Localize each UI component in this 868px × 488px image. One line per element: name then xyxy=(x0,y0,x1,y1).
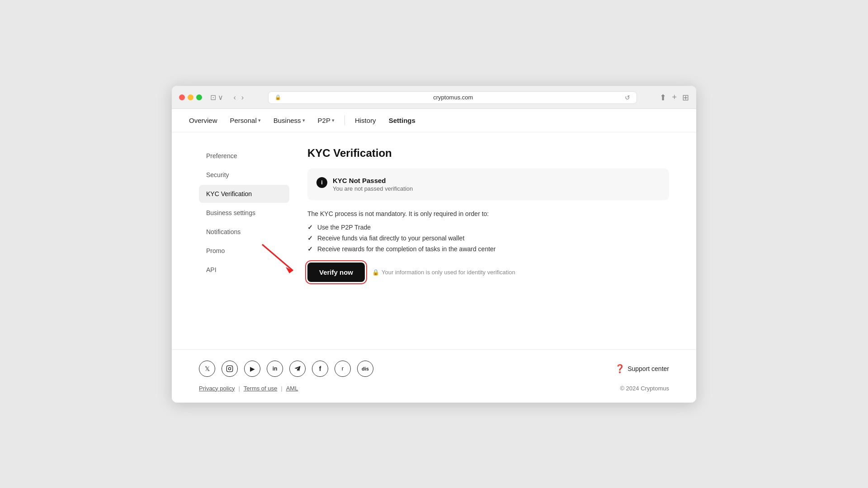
main-navigation: Overview Personal ▾ Business ▾ P2P ▾ His… xyxy=(172,109,696,132)
footer-social: 𝕏 ▶ in f r dis ❓ Support center xyxy=(199,361,669,377)
reload-button[interactable]: ↺ xyxy=(625,94,630,101)
page-title: KYC Verification xyxy=(307,147,669,160)
share-icon[interactable]: ⬆ xyxy=(660,93,666,103)
list-item: ✓ Use the P2P Trade xyxy=(307,224,669,231)
telegram-icon[interactable] xyxy=(289,361,306,377)
reddit-icon[interactable]: r xyxy=(335,361,351,377)
facebook-icon[interactable]: f xyxy=(312,361,328,377)
nav-settings[interactable]: Settings xyxy=(382,108,422,132)
kyc-status-subtitle: You are not passed verification xyxy=(333,185,413,192)
nav-overview[interactable]: Overview xyxy=(183,108,224,132)
new-tab-icon[interactable]: + xyxy=(672,93,677,103)
sidebar-item-notifications[interactable]: Notifications xyxy=(199,223,289,241)
lock-icon: 🔒 xyxy=(275,94,281,100)
kyc-status-text: KYC Not Passed You are not passed verifi… xyxy=(333,177,413,192)
copyright-text: © 2024 Cryptomus xyxy=(620,385,669,392)
svg-point-4 xyxy=(231,366,231,367)
main-content: KYC Verification i KYC Not Passed You ar… xyxy=(307,147,669,335)
verify-now-button[interactable]: Verify now xyxy=(307,263,365,282)
nav-p2p[interactable]: P2P ▾ xyxy=(311,108,341,132)
linkedin-icon[interactable]: in xyxy=(267,361,283,377)
maximize-button[interactable] xyxy=(196,94,202,100)
kyc-status-box: i KYC Not Passed You are not passed veri… xyxy=(307,169,669,200)
url-text: cryptomus.com xyxy=(284,94,622,101)
nav-personal[interactable]: Personal ▾ xyxy=(224,108,267,132)
lock-icon: 🔒 xyxy=(372,269,379,276)
sidebar-item-kyc[interactable]: KYC Verification xyxy=(199,185,289,203)
discord-icon[interactable]: dis xyxy=(357,361,373,377)
footer-links: Privacy policy | Terms of use | AML © 20… xyxy=(199,385,669,392)
support-center-button[interactable]: ❓ Support center xyxy=(615,364,669,374)
privacy-note: 🔒 Your information is only used for iden… xyxy=(372,269,515,276)
nav-history[interactable]: History xyxy=(349,108,382,132)
settings-sidebar: Preference Security KYC Verification Bus… xyxy=(199,147,289,335)
sidebar-toggle[interactable]: ⊡ ∨ xyxy=(210,93,223,102)
nav-business[interactable]: Business ▾ xyxy=(267,108,311,132)
sidebar-item-security[interactable]: Security xyxy=(199,166,289,184)
close-button[interactable] xyxy=(179,94,185,100)
back-button[interactable]: ‹ xyxy=(231,93,237,103)
social-icons: 𝕏 ▶ in f r dis xyxy=(199,361,373,377)
kyc-checklist: ✓ Use the P2P Trade ✓ Receive funds via … xyxy=(307,224,669,253)
list-item: ✓ Receive funds via fiat directly to you… xyxy=(307,235,669,242)
kyc-status-title: KYC Not Passed xyxy=(333,177,413,184)
svg-rect-2 xyxy=(226,366,232,371)
svg-point-3 xyxy=(228,367,231,370)
chevron-down-icon: ▾ xyxy=(258,117,261,123)
check-icon: ✓ xyxy=(307,245,313,253)
check-icon: ✓ xyxy=(307,224,313,231)
chevron-down-icon: ▾ xyxy=(302,117,305,123)
list-item: ✓ Receive rewards for the completion of … xyxy=(307,245,669,253)
nav-divider xyxy=(344,115,345,125)
terms-of-use-link[interactable]: Terms of use xyxy=(244,385,277,392)
support-icon: ❓ xyxy=(615,364,625,374)
check-icon: ✓ xyxy=(307,235,313,242)
grid-icon[interactable]: ⊞ xyxy=(682,93,689,103)
chevron-down-icon: ▾ xyxy=(332,117,335,123)
aml-link[interactable]: AML xyxy=(286,385,298,392)
privacy-policy-link[interactable]: Privacy policy xyxy=(199,385,235,392)
footer-left-links: Privacy policy | Terms of use | AML xyxy=(199,385,298,392)
instagram-icon[interactable] xyxy=(222,361,238,377)
sidebar-item-business-settings[interactable]: Business settings xyxy=(199,204,289,222)
minimize-button[interactable] xyxy=(188,94,193,100)
sidebar-item-promo[interactable]: Promo xyxy=(199,242,289,260)
twitter-x-icon[interactable]: 𝕏 xyxy=(199,361,215,377)
sidebar-item-preference[interactable]: Preference xyxy=(199,147,289,165)
info-icon: i xyxy=(316,177,327,188)
youtube-icon[interactable]: ▶ xyxy=(244,361,260,377)
page-footer: 𝕏 ▶ in f r dis ❓ Support center xyxy=(172,349,696,403)
forward-button[interactable]: › xyxy=(240,93,245,103)
kyc-description: The KYC process is not mandatory. It is … xyxy=(307,210,669,217)
address-bar[interactable]: 🔒 cryptomus.com ↺ xyxy=(268,91,637,104)
sidebar-item-api[interactable]: API xyxy=(199,261,289,279)
verify-area: Verify now 🔒 Your information is only us… xyxy=(307,263,669,282)
